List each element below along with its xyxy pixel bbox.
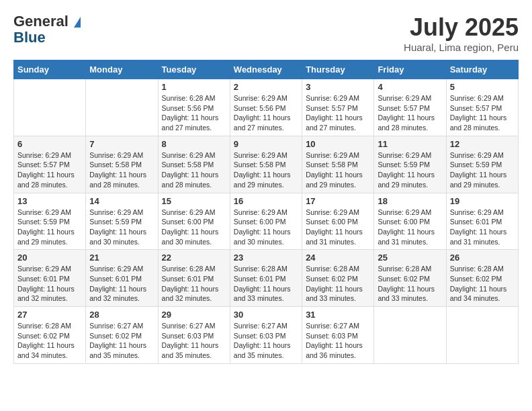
weekday-header-thursday: Thursday	[302, 60, 374, 79]
day-cell: 19Sunrise: 6:29 AM Sunset: 6:01 PM Dayli…	[446, 193, 518, 250]
day-cell: 13Sunrise: 6:29 AM Sunset: 5:59 PM Dayli…	[14, 193, 86, 250]
day-cell: 11Sunrise: 6:29 AM Sunset: 5:59 PM Dayli…	[374, 136, 446, 193]
day-number: 28	[89, 310, 154, 320]
day-info: Sunrise: 6:28 AM Sunset: 5:56 PM Dayligh…	[162, 93, 226, 133]
title-block: July 2025 Huaral, Lima region, Peru	[404, 13, 519, 53]
weekday-header-wednesday: Wednesday	[230, 60, 302, 79]
day-number: 7	[89, 139, 154, 149]
day-number: 27	[17, 310, 82, 320]
day-info: Sunrise: 6:28 AM Sunset: 6:02 PM Dayligh…	[450, 264, 515, 304]
day-number: 23	[234, 253, 298, 263]
day-info: Sunrise: 6:29 AM Sunset: 5:59 PM Dayligh…	[89, 208, 154, 247]
day-info: Sunrise: 6:28 AM Sunset: 6:02 PM Dayligh…	[306, 264, 370, 304]
weekday-header-sunday: Sunday	[14, 60, 86, 79]
day-cell	[86, 79, 158, 136]
day-cell: 21Sunrise: 6:29 AM Sunset: 6:01 PM Dayli…	[86, 250, 158, 307]
day-number: 19	[450, 196, 515, 206]
day-cell: 7Sunrise: 6:29 AM Sunset: 5:58 PM Daylig…	[86, 136, 158, 193]
day-number: 2	[234, 82, 298, 92]
weekday-header-monday: Monday	[86, 60, 158, 79]
day-info: Sunrise: 6:29 AM Sunset: 6:00 PM Dayligh…	[378, 208, 442, 247]
day-number: 15	[162, 196, 226, 206]
day-number: 6	[17, 139, 82, 149]
day-cell: 8Sunrise: 6:29 AM Sunset: 5:58 PM Daylig…	[158, 136, 230, 193]
week-row-2: 6Sunrise: 6:29 AM Sunset: 5:57 PM Daylig…	[14, 136, 519, 193]
day-number: 10	[306, 139, 370, 149]
day-info: Sunrise: 6:29 AM Sunset: 6:00 PM Dayligh…	[306, 208, 370, 247]
day-number: 1	[162, 82, 226, 92]
day-cell: 27Sunrise: 6:28 AM Sunset: 6:02 PM Dayli…	[14, 307, 86, 364]
page-header: General Blue July 2025 Huaral, Lima regi…	[13, 13, 519, 53]
day-number: 13	[17, 196, 82, 206]
day-number: 14	[89, 196, 154, 206]
day-cell: 28Sunrise: 6:27 AM Sunset: 6:02 PM Dayli…	[86, 307, 158, 364]
day-info: Sunrise: 6:29 AM Sunset: 5:58 PM Dayligh…	[306, 150, 370, 190]
day-number: 8	[162, 139, 226, 149]
day-number: 24	[306, 253, 370, 263]
day-info: Sunrise: 6:27 AM Sunset: 6:03 PM Dayligh…	[306, 321, 370, 361]
day-number: 12	[450, 139, 515, 149]
day-cell: 23Sunrise: 6:28 AM Sunset: 6:01 PM Dayli…	[230, 250, 302, 307]
day-info: Sunrise: 6:29 AM Sunset: 5:57 PM Dayligh…	[17, 150, 82, 190]
day-number: 11	[378, 139, 442, 149]
day-info: Sunrise: 6:29 AM Sunset: 5:57 PM Dayligh…	[378, 93, 442, 133]
day-cell	[14, 79, 86, 136]
weekday-header-friday: Friday	[374, 60, 446, 79]
month-year: July 2025	[404, 13, 519, 42]
week-row-1: 1Sunrise: 6:28 AM Sunset: 5:56 PM Daylig…	[14, 79, 519, 136]
day-number: 31	[306, 310, 370, 320]
day-info: Sunrise: 6:29 AM Sunset: 6:01 PM Dayligh…	[450, 208, 515, 247]
day-info: Sunrise: 6:29 AM Sunset: 5:56 PM Dayligh…	[234, 93, 298, 133]
day-number: 26	[450, 253, 515, 263]
weekday-header-saturday: Saturday	[446, 60, 518, 79]
day-cell: 6Sunrise: 6:29 AM Sunset: 5:57 PM Daylig…	[14, 136, 86, 193]
day-cell	[446, 307, 518, 364]
day-info: Sunrise: 6:27 AM Sunset: 6:03 PM Dayligh…	[234, 321, 298, 361]
day-cell: 17Sunrise: 6:29 AM Sunset: 6:00 PM Dayli…	[302, 193, 374, 250]
day-number: 4	[378, 82, 442, 92]
day-number: 25	[378, 253, 442, 263]
day-cell: 3Sunrise: 6:29 AM Sunset: 5:57 PM Daylig…	[302, 79, 374, 136]
day-info: Sunrise: 6:29 AM Sunset: 5:59 PM Dayligh…	[378, 150, 442, 190]
day-number: 18	[378, 196, 442, 206]
day-info: Sunrise: 6:28 AM Sunset: 6:01 PM Dayligh…	[234, 264, 298, 304]
logo-general: General	[13, 13, 81, 30]
day-info: Sunrise: 6:29 AM Sunset: 5:59 PM Dayligh…	[450, 150, 515, 190]
day-cell: 9Sunrise: 6:29 AM Sunset: 5:58 PM Daylig…	[230, 136, 302, 193]
day-number: 22	[162, 253, 226, 263]
day-cell: 15Sunrise: 6:29 AM Sunset: 6:00 PM Dayli…	[158, 193, 230, 250]
logo: General Blue	[13, 13, 81, 46]
day-cell: 29Sunrise: 6:27 AM Sunset: 6:03 PM Dayli…	[158, 307, 230, 364]
day-info: Sunrise: 6:29 AM Sunset: 5:58 PM Dayligh…	[162, 150, 226, 190]
day-cell: 26Sunrise: 6:28 AM Sunset: 6:02 PM Dayli…	[446, 250, 518, 307]
day-number: 16	[234, 196, 298, 206]
day-info: Sunrise: 6:29 AM Sunset: 6:00 PM Dayligh…	[234, 208, 298, 247]
day-info: Sunrise: 6:27 AM Sunset: 6:03 PM Dayligh…	[162, 321, 226, 361]
day-number: 5	[450, 82, 515, 92]
day-cell: 25Sunrise: 6:28 AM Sunset: 6:02 PM Dayli…	[374, 250, 446, 307]
day-info: Sunrise: 6:28 AM Sunset: 6:02 PM Dayligh…	[378, 264, 442, 304]
weekday-header-tuesday: Tuesday	[158, 60, 230, 79]
day-number: 30	[234, 310, 298, 320]
day-info: Sunrise: 6:29 AM Sunset: 5:58 PM Dayligh…	[89, 150, 154, 190]
day-cell: 14Sunrise: 6:29 AM Sunset: 5:59 PM Dayli…	[86, 193, 158, 250]
day-info: Sunrise: 6:28 AM Sunset: 6:01 PM Dayligh…	[162, 264, 226, 304]
day-info: Sunrise: 6:29 AM Sunset: 5:59 PM Dayligh…	[17, 208, 82, 247]
day-cell: 12Sunrise: 6:29 AM Sunset: 5:59 PM Dayli…	[446, 136, 518, 193]
day-cell: 31Sunrise: 6:27 AM Sunset: 6:03 PM Dayli…	[302, 307, 374, 364]
day-cell: 22Sunrise: 6:28 AM Sunset: 6:01 PM Dayli…	[158, 250, 230, 307]
day-cell: 24Sunrise: 6:28 AM Sunset: 6:02 PM Dayli…	[302, 250, 374, 307]
day-number: 17	[306, 196, 370, 206]
day-number: 21	[89, 253, 154, 263]
day-number: 3	[306, 82, 370, 92]
weekday-header-row: SundayMondayTuesdayWednesdayThursdayFrid…	[14, 60, 519, 79]
day-cell: 18Sunrise: 6:29 AM Sunset: 6:00 PM Dayli…	[374, 193, 446, 250]
week-row-5: 27Sunrise: 6:28 AM Sunset: 6:02 PM Dayli…	[14, 307, 519, 364]
day-cell	[374, 307, 446, 364]
day-cell: 30Sunrise: 6:27 AM Sunset: 6:03 PM Dayli…	[230, 307, 302, 364]
day-info: Sunrise: 6:29 AM Sunset: 5:57 PM Dayligh…	[306, 93, 370, 133]
day-cell: 16Sunrise: 6:29 AM Sunset: 6:00 PM Dayli…	[230, 193, 302, 250]
day-info: Sunrise: 6:29 AM Sunset: 5:57 PM Dayligh…	[450, 93, 515, 133]
day-number: 20	[17, 253, 82, 263]
logo-blue: Blue	[13, 30, 81, 46]
